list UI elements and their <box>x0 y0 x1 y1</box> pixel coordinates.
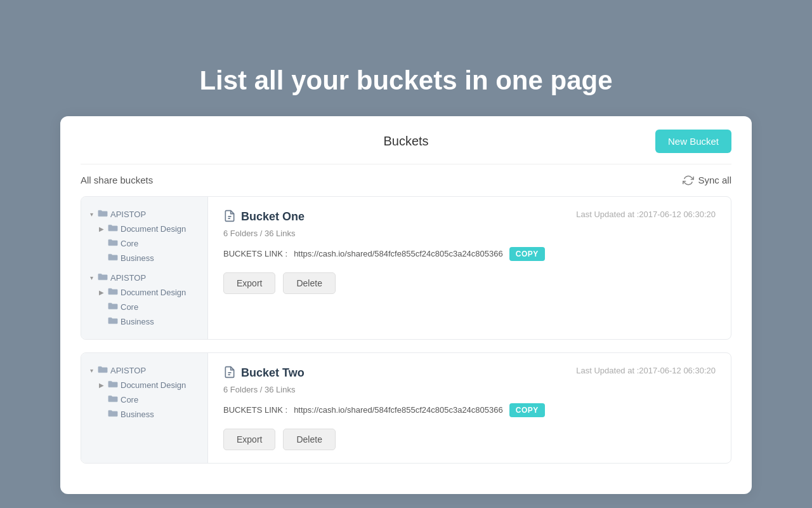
sync-all-button[interactable]: Sync all <box>683 175 731 186</box>
subheader: All share buckets Sync all <box>81 164 731 196</box>
tree-folder-icon-docdesign-2 <box>108 287 118 298</box>
tree-folder-icon-docdesign-1 <box>108 224 118 234</box>
bucket-two-doc-icon <box>223 366 236 381</box>
tree-folder-icon-core-3 <box>108 394 118 405</box>
tree-collapse-icon-3[interactable]: ▾ <box>88 366 95 374</box>
tree-folder-icon-business-3 <box>108 409 118 420</box>
bucket-one-top: Bucket One Last Updated at :2017-06-12 0… <box>223 210 716 225</box>
bucket-two-link-row: BUCKETS LINK : https://cash.io/shared/58… <box>223 403 716 417</box>
bucket-one-link-row: BUCKETS LINK : https://cash.io/shared/58… <box>223 247 716 261</box>
bucket-one-name: Bucket One <box>241 210 304 224</box>
bucket-one-copy-button[interactable]: COPY <box>509 247 545 261</box>
tree-folder-icon-1 <box>98 209 108 220</box>
bucket-item-two: ▾ APISTOP ▶ <box>81 352 731 464</box>
bucket-two-name-row: Bucket Two <box>223 366 304 381</box>
page-title: List all your buckets in one page <box>199 65 612 96</box>
tree-panel-1: ▾ APISTOP ▶ <box>81 197 208 339</box>
bucket-two-link-label: BUCKETS LINK : <box>223 405 287 415</box>
tree-node-docdesign-1-label: Document Design <box>121 224 186 234</box>
bucket-two-top: Bucket Two Last Updated at :2017-06-12 0… <box>223 366 716 381</box>
sync-all-label: Sync all <box>698 175 731 185</box>
bucket-two-delete-button[interactable]: Delete <box>283 429 335 450</box>
tree-folder-icon-docdesign-3 <box>108 380 118 391</box>
subheader-label: All share buckets <box>81 175 153 185</box>
bucket-one-last-updated: Last Updated at :2017-06-12 06:30:20 <box>576 210 716 219</box>
tree-node-docdesign-3: ▶ Document Design <box>98 378 201 392</box>
tree-root-2: ▾ APISTOP <box>88 271 201 285</box>
tree-folder-icon-business-2 <box>108 316 118 327</box>
tree-node-business-2: ▶ Business <box>98 314 201 329</box>
tree-node-docdesign-2-label: Document Design <box>121 288 186 297</box>
tree-root-2-label: APISTOP <box>110 273 146 283</box>
tree-node-docdesign-2: ▶ Document Design <box>98 285 201 300</box>
tree-root-3: ▾ APISTOP <box>88 363 201 378</box>
tree-node-business-3: ▶ Business <box>98 407 201 422</box>
page-wrapper: List all your buckets in one page Bucket… <box>13 25 799 508</box>
tree-node-core-2-label: Core <box>121 302 138 312</box>
tree-node-core-1: ▶ Core <box>98 236 201 251</box>
card-header-title: Buckets <box>383 134 428 149</box>
card-header: Buckets New Bucket <box>81 134 731 149</box>
tree-node-core-1-label: Core <box>121 239 138 248</box>
tree-node-business-1-label: Business <box>121 253 154 263</box>
bucket-two-meta: 6 Folders / 36 Links <box>223 385 716 394</box>
tree-panel-2: ▾ APISTOP ▶ <box>81 353 208 463</box>
tree-node-docdesign-3-label: Document Design <box>121 380 186 390</box>
tree-folder-icon-core-1 <box>108 238 118 249</box>
tree-arrow-docdesign-3[interactable]: ▶ <box>98 381 105 389</box>
bucket-two-last-updated: Last Updated at :2017-06-12 06:30:20 <box>576 366 716 375</box>
bucket-one-export-button[interactable]: Export <box>223 272 275 294</box>
bucket-one-content: Bucket One Last Updated at :2017-06-12 0… <box>208 197 731 339</box>
bucket-two-export-button[interactable]: Export <box>223 429 275 450</box>
tree-arrow-docdesign-1[interactable]: ▶ <box>98 225 105 232</box>
bucket-one-link-url: https://cash.io/shared/584fcfe855cf24c80… <box>294 249 503 258</box>
bucket-one-doc-icon <box>223 210 236 225</box>
tree-root-3-label: APISTOP <box>110 366 146 375</box>
tree-node-business-2-label: Business <box>121 317 154 326</box>
tree-node-docdesign-1: ▶ Document Design <box>98 222 201 236</box>
bucket-one-meta: 6 Folders / 36 Links <box>223 229 716 238</box>
tree-node-core-3: ▶ Core <box>98 392 201 407</box>
sync-icon <box>683 175 694 186</box>
bucket-two-content: Bucket Two Last Updated at :2017-06-12 0… <box>208 353 731 463</box>
tree-node-business-3-label: Business <box>121 410 154 419</box>
tree-children-2: ▶ Document Design ▶ <box>98 285 201 329</box>
tree-node-core-3-label: Core <box>121 395 138 404</box>
tree-root-1-label: APISTOP <box>110 210 146 219</box>
tree-folder-icon-business-1 <box>108 253 118 264</box>
bucket-one-name-row: Bucket One <box>223 210 304 225</box>
bucket-one-delete-button[interactable]: Delete <box>283 272 335 294</box>
tree-node-core-2: ▶ Core <box>98 300 201 314</box>
tree-children-3: ▶ Document Design ▶ <box>98 378 201 422</box>
tree-collapse-icon-2[interactable]: ▾ <box>88 274 95 281</box>
tree-children-1: ▶ Document Design ▶ <box>98 222 201 265</box>
bucket-two-link-url: https://cash.io/shared/584fcfe855cf24c80… <box>294 405 503 415</box>
bucket-two-name: Bucket Two <box>241 366 304 380</box>
tree-folder-icon-core-2 <box>108 302 118 312</box>
tree-collapse-icon-1[interactable]: ▾ <box>88 210 95 218</box>
tree-folder-icon-3 <box>98 365 108 376</box>
new-bucket-button[interactable]: New Bucket <box>655 130 731 153</box>
bucket-two-actions: Export Delete <box>223 429 716 450</box>
bucket-two-copy-button[interactable]: COPY <box>509 403 545 417</box>
tree-node-business-1: ▶ Business <box>98 251 201 265</box>
tree-root-1: ▾ APISTOP <box>88 207 201 222</box>
tree-arrow-docdesign-2[interactable]: ▶ <box>98 288 105 296</box>
bucket-one-link-label: BUCKETS LINK : <box>223 249 287 258</box>
bucket-one-actions: Export Delete <box>223 272 716 294</box>
main-card: Buckets New Bucket All share buckets Syn… <box>60 116 752 494</box>
bucket-item: ▾ APISTOP ▶ <box>81 196 731 340</box>
tree-folder-icon-2 <box>98 272 108 283</box>
